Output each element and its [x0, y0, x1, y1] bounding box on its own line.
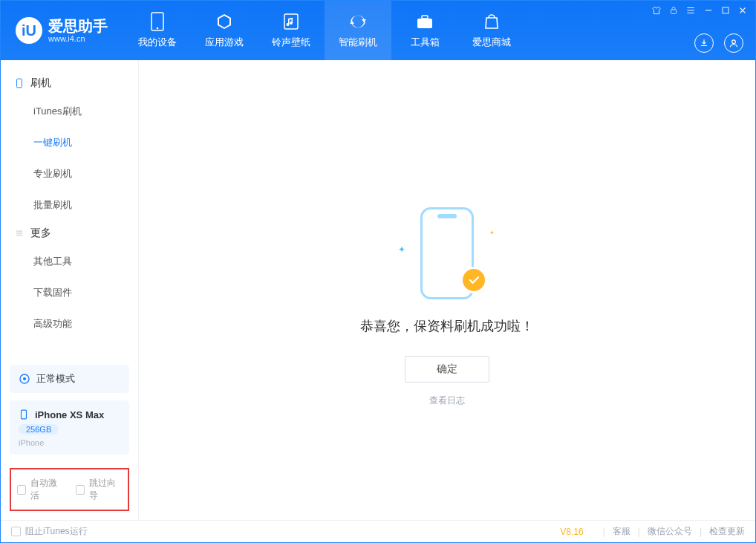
tab-apps[interactable]: 应用游戏	[191, 1, 258, 60]
sidebar-item-other-tools[interactable]: 其他工具	[1, 246, 138, 277]
svg-rect-6	[723, 7, 729, 13]
svg-rect-11	[22, 410, 27, 419]
close-icon[interactable]	[737, 5, 748, 16]
device-name: iPhone XS Max	[35, 409, 104, 420]
mode-icon	[19, 373, 30, 385]
app-name: 爱思助手	[48, 18, 108, 34]
bag-icon	[482, 12, 501, 31]
svg-point-1	[157, 27, 159, 30]
main-content: ✦ ✦ 恭喜您，保资料刷机成功啦！ 确定 查看日志	[139, 60, 755, 520]
tab-label: 爱思商城	[472, 36, 511, 49]
phone-icon	[14, 78, 25, 88]
header-actions	[694, 33, 743, 53]
checkbox-block-itunes[interactable]: 阻止iTunes运行	[11, 525, 88, 538]
checkbox-icon	[11, 527, 21, 536]
group-title: 更多	[30, 227, 51, 240]
refresh-shield-icon	[348, 12, 368, 31]
app-logo: iU 爱思助手 www.i4.cn	[1, 17, 118, 44]
footer-link-service[interactable]: 客服	[613, 525, 630, 538]
download-button[interactable]	[694, 33, 714, 53]
success-message: 恭喜您，保资料刷机成功啦！	[360, 317, 534, 335]
main-tabs: 我的设备 应用游戏 铃声壁纸 智能刷机 工具箱 爱思商城	[124, 1, 525, 60]
window-controls-top	[651, 5, 748, 16]
success-illustration: ✦ ✦	[403, 209, 492, 298]
tshirt-icon[interactable]	[651, 5, 662, 16]
svg-rect-5	[671, 10, 677, 14]
version-label: V8.16	[560, 527, 583, 537]
check-badge-icon	[460, 267, 487, 293]
user-button[interactable]	[724, 33, 743, 53]
checkbox-skip-guide[interactable]: 跳过向导	[76, 477, 123, 502]
sidebar-item-batch[interactable]: 批量刷机	[1, 189, 138, 221]
tab-label: 铃声壁纸	[272, 36, 310, 49]
sparkle-icon: ✦	[489, 230, 495, 236]
list-icon	[14, 228, 25, 238]
tab-store[interactable]: 爱思商城	[458, 1, 525, 60]
logo-icon: iU	[16, 17, 42, 44]
sidebar-item-advanced[interactable]: 高级功能	[1, 308, 138, 339]
sidebar-item-oneclick[interactable]: 一键刷机	[1, 127, 138, 158]
checkbox-icon	[76, 485, 85, 495]
tab-label: 工具箱	[411, 36, 440, 49]
maximize-icon[interactable]	[721, 6, 730, 15]
group-title: 刷机	[30, 77, 51, 90]
sidebar-group-flash: 刷机	[1, 71, 138, 96]
music-icon	[281, 12, 301, 31]
checkbox-label: 阻止iTunes运行	[25, 525, 88, 538]
sidebar: 刷机 iTunes刷机 一键刷机 专业刷机 批量刷机 更多 其他工具 下载固件 …	[1, 60, 139, 520]
sparkle-icon: ✦	[398, 244, 405, 255]
titlebar: iU 爱思助手 www.i4.cn 我的设备 应用游戏 铃声壁纸 智能刷机 工具…	[1, 1, 755, 60]
device-storage: 256GB	[19, 424, 59, 435]
checkbox-auto-activate[interactable]: 自动激活	[17, 477, 64, 502]
device-icon	[148, 12, 167, 31]
tab-toolbox[interactable]: 工具箱	[391, 1, 458, 60]
svg-rect-2	[284, 14, 298, 29]
sidebar-group-more: 更多	[1, 221, 138, 246]
device-icon	[19, 408, 29, 421]
mode-label: 正常模式	[36, 372, 75, 386]
minimize-icon[interactable]	[703, 5, 714, 16]
mode-card[interactable]: 正常模式	[10, 365, 129, 393]
device-card[interactable]: iPhone XS Max 256GB iPhone	[10, 400, 129, 455]
cube-icon	[215, 12, 234, 31]
tab-my-device[interactable]: 我的设备	[124, 1, 191, 60]
svg-point-10	[23, 377, 26, 380]
svg-rect-3	[417, 19, 432, 28]
tab-label: 应用游戏	[205, 36, 244, 49]
statusbar: 阻止iTunes运行 V8.16 | 客服 | 微信公众号 | 检查更新	[1, 520, 755, 542]
sidebar-item-itunes[interactable]: iTunes刷机	[1, 96, 138, 127]
confirm-button[interactable]: 确定	[405, 356, 489, 383]
checkbox-label: 自动激活	[30, 477, 63, 502]
sidebar-item-download-fw[interactable]: 下载固件	[1, 277, 138, 308]
svg-rect-4	[422, 16, 428, 19]
svg-point-7	[732, 40, 736, 44]
menu-icon[interactable]	[685, 5, 696, 16]
options-highlighted: 自动激活 跳过向导	[10, 468, 129, 511]
lock-icon[interactable]	[669, 5, 678, 16]
footer-link-wechat[interactable]: 微信公众号	[648, 525, 692, 538]
checkbox-icon	[17, 485, 26, 495]
tab-ringtones[interactable]: 铃声壁纸	[258, 1, 325, 60]
tab-label: 智能刷机	[339, 36, 377, 49]
checkbox-label: 跳过向导	[89, 477, 122, 502]
svg-rect-8	[17, 79, 22, 88]
toolbox-icon	[415, 12, 434, 31]
tab-label: 我的设备	[138, 36, 177, 49]
tab-flash[interactable]: 智能刷机	[325, 1, 391, 60]
footer-link-update[interactable]: 检查更新	[709, 525, 745, 538]
device-type: iPhone	[19, 438, 120, 447]
app-site: www.i4.cn	[48, 34, 108, 43]
view-log-link[interactable]: 查看日志	[429, 394, 465, 407]
sidebar-item-pro[interactable]: 专业刷机	[1, 158, 138, 189]
